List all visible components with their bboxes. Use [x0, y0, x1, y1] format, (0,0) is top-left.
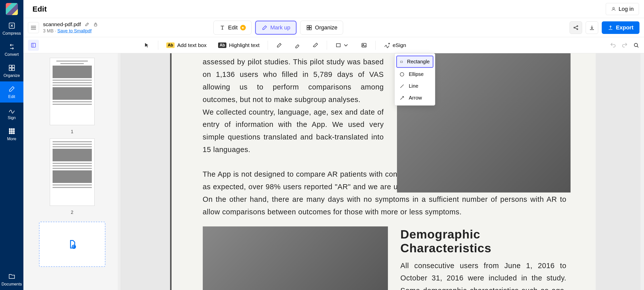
document-text: All consecutive users from June 1, 2016 … — [400, 260, 567, 290]
svg-rect-15 — [94, 24, 97, 26]
btn-label: eSign — [393, 42, 406, 48]
sidebar-item-compress[interactable]: Compress — [0, 18, 23, 39]
tab-edit[interactable]: Edit ★ — [213, 21, 252, 35]
shape-dropdown: Rectangle Ellipse Line Arrow — [394, 53, 435, 106]
ab-icon: Ab — [218, 42, 226, 48]
svg-rect-1 — [9, 65, 11, 67]
marker-icon — [294, 42, 301, 49]
scrollbar[interactable] — [640, 53, 644, 290]
sidebar-item-documents[interactable]: Documents — [0, 269, 23, 290]
login-button[interactable]: Log in — [606, 3, 639, 15]
search-icon[interactable] — [633, 42, 639, 49]
sidebar-label: Sign — [8, 116, 16, 120]
thumb-number: 1 — [71, 129, 73, 134]
svg-rect-25 — [362, 43, 366, 47]
login-label: Log in — [619, 6, 634, 12]
document-page: assessed by pilot studies. This pilot st… — [170, 53, 596, 290]
svg-rect-16 — [307, 25, 309, 27]
text-icon — [219, 24, 226, 31]
svg-point-7 — [13, 128, 14, 130]
sidebar-label: Documents — [2, 282, 22, 286]
pencil-icon — [261, 24, 268, 31]
tab-label: Organize — [315, 24, 337, 31]
svg-point-8 — [9, 130, 10, 132]
redo-icon[interactable] — [621, 42, 628, 49]
pencil-icon[interactable] — [85, 22, 90, 27]
svg-rect-4 — [12, 68, 14, 70]
export-button[interactable]: Export — [602, 21, 639, 34]
marker-tool[interactable] — [291, 40, 304, 51]
sidebar-label: More — [7, 137, 16, 141]
sidebar-item-convert[interactable]: Convert — [0, 39, 23, 60]
eraser-tool[interactable] — [309, 40, 322, 51]
tab-markup[interactable]: Mark up — [255, 21, 297, 35]
shape-label: Line — [409, 83, 418, 89]
filebar: scanned-pdf.pdf 3 MB · Save to Smallpdf … — [23, 18, 644, 37]
sidebar-icon — [30, 42, 36, 48]
svg-rect-3 — [9, 68, 11, 70]
document-view[interactable]: assessed by pilot studies. This pilot st… — [121, 53, 640, 290]
topbar: Edit Log in — [23, 0, 644, 18]
share-button[interactable] — [570, 21, 582, 34]
markup-toolbar: Ab Add text box Ab Highlight text eSign — [23, 37, 644, 53]
sidebar-item-more[interactable]: More — [0, 124, 23, 145]
svg-point-20 — [574, 27, 575, 28]
mode-tabs: Edit ★ Mark up Organize — [213, 21, 343, 35]
sidebar-item-organize[interactable]: Organize — [0, 60, 23, 81]
svg-point-12 — [11, 132, 12, 134]
shape-ellipse[interactable]: Ellipse — [395, 68, 435, 80]
shape-line[interactable]: Line — [395, 80, 435, 92]
tab-organize[interactable]: Organize — [300, 21, 343, 35]
document-image — [203, 226, 388, 290]
pen-tool[interactable] — [272, 40, 286, 51]
btn-label: Add text box — [177, 42, 207, 48]
svg-point-22 — [577, 29, 578, 30]
sidebar-label: Convert — [5, 52, 19, 57]
svg-point-29 — [400, 72, 404, 76]
document-heading: Demographic Characteristics — [400, 227, 567, 255]
select-tool[interactable] — [140, 40, 153, 51]
shape-label: Arrow — [409, 95, 422, 101]
shape-rectangle[interactable]: Rectangle — [396, 56, 433, 68]
shape-tool[interactable] — [332, 40, 353, 51]
undo-icon[interactable] — [610, 42, 616, 49]
main-area: Edit Log in scanned-pdf.pdf 3 MB · Save … — [23, 0, 644, 290]
highlight-tool[interactable]: Ab Highlight text — [215, 40, 263, 50]
lock-icon[interactable] — [93, 22, 98, 27]
work-area: 1 2 assessed by pilot studies. This pilo… — [23, 53, 644, 290]
page-thumbnail[interactable] — [50, 138, 95, 206]
shape-arrow[interactable]: Arrow — [395, 92, 435, 104]
rectangle-icon — [400, 59, 403, 65]
chevron-down-icon — [343, 42, 349, 49]
svg-point-9 — [11, 130, 12, 132]
line-icon — [399, 83, 405, 89]
svg-point-10 — [13, 130, 14, 132]
download-button[interactable] — [586, 21, 598, 34]
download-icon — [589, 25, 595, 31]
esign-tool[interactable]: eSign — [380, 40, 410, 51]
sidebar-item-sign[interactable]: Sign — [0, 103, 23, 124]
rectangle-icon — [335, 42, 342, 49]
svg-rect-24 — [336, 43, 340, 47]
tab-label: Mark up — [270, 24, 290, 31]
add-page-button[interactable] — [39, 222, 105, 267]
document-text: We collected country, language, age, sex… — [203, 106, 384, 156]
app-sidebar: Compress Convert Organize Edit Sign More… — [0, 0, 23, 290]
image-tool[interactable] — [357, 40, 371, 51]
document-text: assessed by pilot studies. This pilot st… — [203, 56, 384, 106]
svg-point-21 — [577, 26, 578, 27]
page-thumbnail[interactable] — [50, 58, 95, 125]
app-logo[interactable] — [6, 3, 18, 15]
page-title: Edit — [32, 5, 47, 13]
sidebar-label: Organize — [4, 73, 20, 78]
menu-button[interactable] — [28, 22, 39, 33]
ab-icon: Ab — [166, 42, 175, 48]
panel-toggle[interactable] — [28, 40, 39, 51]
sidebar-label: Edit — [8, 94, 15, 99]
add-text-tool[interactable]: Ab Add text box — [163, 40, 210, 50]
svg-point-11 — [9, 132, 10, 134]
sidebar-item-edit[interactable]: Edit — [0, 81, 23, 103]
svg-rect-23 — [31, 43, 35, 47]
upload-icon — [608, 25, 613, 30]
save-link[interactable]: Save to Smallpdf — [57, 28, 92, 33]
